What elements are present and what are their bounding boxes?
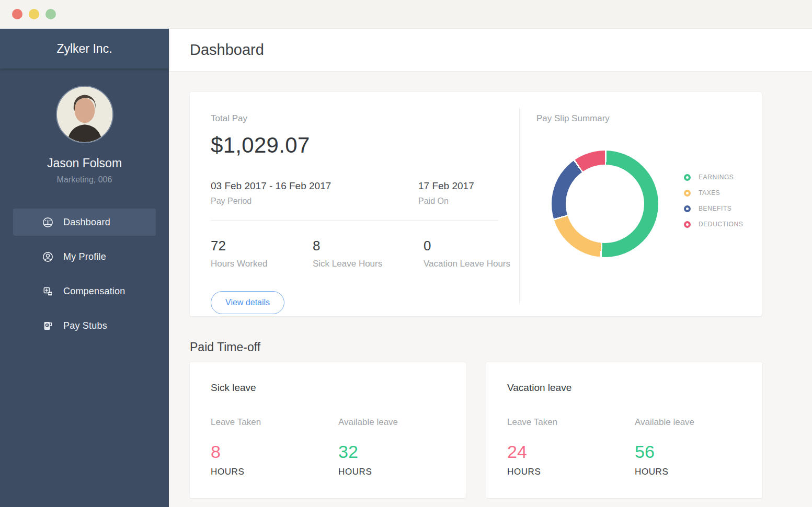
benefits-swatch-icon [684,205,691,212]
hours-unit-label: HOURS [338,467,398,477]
window-close-button[interactable] [12,9,22,19]
vacation-leave-taken: Leave Taken 24 HOURS [507,417,635,477]
vacation-leave-card: Vacation leave Leave Taken 24 HOURS Avai… [486,362,762,498]
available-leave-label: Available leave [635,417,694,428]
sidebar-item-label: Compensation [63,286,125,297]
app-window: Zylker Inc. Jason Folsom Marketing, 006 [0,0,812,507]
user-icon [42,251,54,263]
divider [211,220,498,221]
payslip-donut [552,151,658,257]
available-leave-value: 56 [635,442,694,462]
company-name: Zylker Inc. [0,29,169,68]
legend-label: BENEFITS [699,205,731,212]
sick-leave-hours-label: Sick Leave Hours [313,259,424,269]
svg-text:$: $ [46,323,48,326]
main-area: Dashboard Total Pay $1,029.07 03 Feb 201… [169,29,812,507]
taxes-swatch-icon [684,190,691,197]
sidebar-item-label: My Profile [63,251,106,262]
pay-summary-card: Total Pay $1,029.07 03 Feb 2017 - 16 Feb… [190,92,762,316]
pay-period-value: 03 Feb 2017 - 16 Feb 2017 [211,180,418,192]
sick-leave-taken: Leave Taken 8 HOURS [211,417,338,477]
sick-leave-available: Available leave 32 HOURS [338,417,398,477]
gauge-icon [42,216,54,228]
hours-worked-stat: 72 Hours Worked [211,238,313,269]
available-leave-label: Available leave [338,417,398,428]
avatar-photo-placeholder [57,87,112,142]
deductions-swatch-icon [684,221,691,228]
sick-leave-card-title: Sick leave [211,382,466,394]
vacation-leave-hours-value: 0 [424,238,510,254]
available-leave-value: 32 [338,442,398,462]
paid-on-label: Paid On [418,197,474,206]
legend-label: EARNINGS [699,174,734,181]
content-area: Total Pay $1,029.07 03 Feb 2017 - 16 Feb… [169,72,812,498]
legend-item-earnings: EARNINGS [684,169,743,185]
pay-period-label: Pay Period [211,197,418,206]
sidebar-item-label: Dashboard [63,217,110,228]
sidebar-item-compensation[interactable]: Compensation [13,278,156,305]
view-details-button[interactable]: View details [211,291,284,314]
vacation-leave-card-title: Vacation leave [507,382,762,394]
leave-taken-value: 8 [211,442,338,462]
vacation-leave-hours-stat: 0 Vacation Leave Hours [424,238,510,269]
sidebar-item-dashboard[interactable]: Dashboard [13,209,156,236]
legend-label: TAXES [699,189,720,197]
leave-taken-label: Leave Taken [211,417,338,428]
paid-time-off-row: Sick leave Leave Taken 8 HOURS Available… [190,362,812,498]
vacation-leave-available: Available leave 56 HOURS [635,417,694,477]
sick-leave-card: Sick leave Leave Taken 8 HOURS Available… [190,362,466,498]
vacation-leave-hours-label: Vacation Leave Hours [424,259,510,269]
hours-stats-row: 72 Hours Worked 8 Sick Leave Hours 0 Vac… [211,238,519,269]
hours-unit-label: HOURS [635,467,694,477]
paystub-icon: $ [42,320,54,332]
compensation-icon [42,285,54,297]
legend-label: DEDUCTIONS [699,221,743,228]
profile-section: Jason Folsom Marketing, 006 [0,68,169,185]
total-pay-label: Total Pay [211,113,519,124]
leave-taken-label: Leave Taken [507,417,635,428]
legend-item-benefits: BENEFITS [684,201,743,216]
pay-slip-summary-section: Pay Slip Summary EARNINGS TAXES [520,92,762,316]
hours-unit-label: HOURS [211,467,338,477]
pay-period-row: 03 Feb 2017 - 16 Feb 2017 Pay Period 17 … [211,180,519,206]
total-pay-section: Total Pay $1,029.07 03 Feb 2017 - 16 Feb… [190,92,519,316]
sidebar-item-pay-stubs[interactable]: $ Pay Stubs [13,312,156,339]
profile-name: Jason Folsom [0,156,169,170]
earnings-swatch-icon [684,174,691,181]
hours-worked-label: Hours Worked [211,259,313,269]
page-title: Dashboard [190,41,264,59]
sidebar-item-label: Pay Stubs [63,320,107,331]
sidebar-menu: Dashboard My Profile [0,209,169,339]
chart-legend: EARNINGS TAXES BENEFITS [684,169,743,232]
leave-taken-value: 24 [507,442,635,462]
sick-leave-hours-value: 8 [313,238,424,254]
window-zoom-button[interactable] [45,9,56,19]
window-titlebar [0,0,812,29]
total-pay-amount: $1,029.07 [211,133,519,158]
avatar [56,86,113,143]
profile-subtitle: Marketing, 006 [0,175,169,185]
legend-item-taxes: TAXES [684,185,743,201]
window-minimize-button[interactable] [29,9,39,19]
sidebar: Zylker Inc. Jason Folsom Marketing, 006 [0,29,169,507]
paid-on-value: 17 Feb 2017 [418,180,474,192]
paid-time-off-title: Paid Time-off [190,340,812,354]
hours-unit-label: HOURS [507,467,635,477]
sidebar-item-my-profile[interactable]: My Profile [13,243,156,270]
pay-slip-chart-area: EARNINGS TAXES BENEFITS [552,151,762,257]
page-header: Dashboard [169,29,812,72]
sick-leave-hours-stat: 8 Sick Leave Hours [313,238,424,269]
pay-slip-summary-title: Pay Slip Summary [536,113,762,124]
legend-item-deductions: DEDUCTIONS [684,216,743,232]
hours-worked-value: 72 [211,238,313,254]
